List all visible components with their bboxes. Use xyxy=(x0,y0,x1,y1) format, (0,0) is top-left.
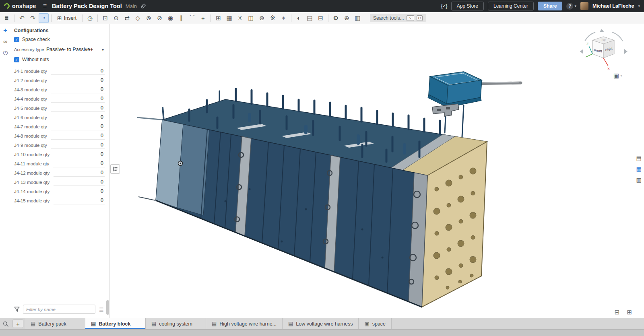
module-qty-input[interactable]: 0 xyxy=(51,132,105,140)
space-check-checkbox[interactable]: ✓ xyxy=(14,37,19,42)
search-tabs-icon[interactable] xyxy=(0,318,11,329)
module-qty-input[interactable]: 0 xyxy=(51,86,105,93)
linear-pattern-icon[interactable]: ▦ xyxy=(224,13,234,23)
slider-mate-icon[interactable]: ⇄ xyxy=(122,13,132,23)
replicate-icon[interactable]: ⊛ xyxy=(257,13,267,23)
planar-mate-icon[interactable]: ◇ xyxy=(133,13,143,23)
app-store-button[interactable]: App Store xyxy=(451,2,484,10)
avatar[interactable] xyxy=(580,2,588,10)
history-rail-icon[interactable]: ◷ xyxy=(1,48,10,57)
tables-icon[interactable]: ▥ xyxy=(353,13,363,23)
tangent-mate-icon[interactable]: ⌒ xyxy=(187,13,197,23)
redo-icon[interactable]: ↷ xyxy=(28,13,38,23)
user-caret-icon[interactable]: ▾ xyxy=(638,4,640,8)
feature-list-flyout-button[interactable] xyxy=(110,164,120,174)
module-qty-label: J4-5 module qty xyxy=(14,106,47,112)
filter-funnel-icon[interactable] xyxy=(14,307,20,312)
group-icon[interactable]: ⊞ xyxy=(213,13,223,23)
without-nuts-row[interactable]: ✓ Without nuts xyxy=(14,57,105,62)
filter-by-name-input[interactable] xyxy=(23,305,95,314)
print-icon[interactable]: ⊟ xyxy=(615,309,620,316)
view-options-menu[interactable]: ▣ ▾ xyxy=(613,72,622,79)
module-qty-input[interactable]: 0 xyxy=(54,169,105,177)
viewport-corner-tools: ⊟ ⊞ xyxy=(615,309,632,316)
section-view-icon[interactable]: ⊟ xyxy=(316,13,326,23)
module-qty-input[interactable]: 0 xyxy=(51,114,105,121)
accessory-type-label: Accessory type xyxy=(14,47,45,52)
assembly-tab-icon: ▤ xyxy=(212,321,217,327)
bom-icon[interactable]: ▤ xyxy=(305,13,315,23)
rotate-left-arrow-icon[interactable] xyxy=(580,49,583,54)
module-qty-input[interactable]: 0 xyxy=(54,179,105,186)
pin-slot-mate-icon[interactable]: ⊘ xyxy=(155,13,165,23)
learning-center-button[interactable]: Learning Center xyxy=(488,2,534,10)
mirror-icon[interactable]: ◫ xyxy=(246,13,256,23)
share-button[interactable]: Share xyxy=(538,2,562,10)
fasten-mate-icon[interactable]: ⊡ xyxy=(100,13,110,23)
table-icon[interactable]: ⊞ xyxy=(627,309,632,316)
module-qty-input[interactable]: 0 xyxy=(53,160,105,167)
document-title[interactable]: Battery Pack Design Tool xyxy=(52,3,122,9)
battery-pack-model[interactable] xyxy=(137,89,487,307)
tab-low-voltage-wire-harness[interactable]: ▤ Low voltage wire harness xyxy=(283,318,359,329)
module-qty-input[interactable]: 0 xyxy=(54,151,105,158)
parts-panel-icon[interactable]: ▦ xyxy=(635,165,643,173)
tab-label: Battery pack xyxy=(38,321,66,327)
interference-check-icon[interactable]: ∞ xyxy=(1,37,10,46)
module-qty-input[interactable]: 0 xyxy=(54,197,105,204)
panel-scrollbar-thumb[interactable] xyxy=(106,300,109,315)
cylindrical-mate-icon[interactable]: ⊚ xyxy=(144,13,154,23)
hamburger-menu-icon[interactable]: ≡ xyxy=(43,2,47,10)
feature-script-icon[interactable]: {✓} xyxy=(441,3,447,9)
configurations-icon[interactable]: ⚙ xyxy=(331,13,341,23)
revolute-mate-icon[interactable]: ⊙ xyxy=(111,13,121,23)
new-tab-button[interactable]: + xyxy=(12,320,23,328)
workspace-name[interactable]: Main xyxy=(126,3,137,9)
module-qty-input[interactable]: 0 xyxy=(51,68,105,75)
display-states-icon[interactable]: ◐ xyxy=(294,13,304,23)
tab-battery-block[interactable]: ▤ Battery block xyxy=(85,318,146,329)
parallel-mate-icon[interactable]: ∥ xyxy=(176,13,186,23)
module-qty-input[interactable]: 0 xyxy=(51,142,105,149)
comments-panel-icon[interactable]: ▤ xyxy=(635,154,643,162)
list-view-icon[interactable]: ≣ xyxy=(99,306,104,313)
module-qty-list: J4-1 module qty0 J4-2 module qty0 J4-3 m… xyxy=(14,66,105,204)
versions-panel-icon[interactable]: ▥ xyxy=(635,176,643,184)
module-qty-row: J4-6 module qty0 xyxy=(14,112,105,121)
circular-pattern-icon[interactable]: ✳ xyxy=(235,13,245,23)
module-qty-input[interactable]: 0 xyxy=(51,77,105,84)
rotate-up-arrow-icon[interactable] xyxy=(599,29,604,32)
feature-list-icon[interactable]: ≣ xyxy=(2,13,12,23)
share-link-icon[interactable] xyxy=(140,3,146,9)
snapshot-icon[interactable]: ⌖ xyxy=(279,13,289,23)
module-qty-input[interactable]: 0 xyxy=(51,105,105,112)
explode-icon[interactable]: ※ xyxy=(268,13,278,23)
space-check-row[interactable]: ✓ Space check xyxy=(14,37,105,42)
ball-mate-icon[interactable]: ◉ xyxy=(165,13,175,23)
search-tools-field[interactable]: Search tools... ⌥ C xyxy=(370,14,426,22)
module-qty-input[interactable]: 0 xyxy=(54,188,105,195)
mate-connector-rail-icon[interactable]: + xyxy=(1,26,10,35)
view-cube[interactable]: Top Front Right Z X xyxy=(578,27,630,79)
tab-battery-pack[interactable]: ▤ Battery pack xyxy=(25,318,85,329)
module-qty-input[interactable]: 0 xyxy=(51,123,105,130)
mate-connector-icon[interactable]: + xyxy=(198,13,208,23)
accessory-type-select[interactable]: Passive- to Passive+ ▾ xyxy=(45,45,105,54)
undo-icon[interactable]: ↶ xyxy=(17,13,27,23)
tab-cooling-system[interactable]: ▤ cooling system xyxy=(146,318,206,329)
rotate-cw-arrow-icon[interactable] xyxy=(612,32,623,41)
history-icon[interactable]: ◷ xyxy=(85,13,95,23)
without-nuts-checkbox[interactable]: ✓ xyxy=(14,57,19,62)
module-qty-input[interactable]: 0 xyxy=(51,95,105,103)
tab-high-voltage-wire-harness[interactable]: ▤ High voltage wire harne... xyxy=(206,318,283,329)
floating-accessory-component[interactable] xyxy=(428,72,521,116)
rotate-right-arrow-icon[interactable] xyxy=(624,49,627,54)
active-tool-icon[interactable]: ◔ xyxy=(39,13,49,23)
insert-button[interactable]: ⊞ Insert xyxy=(54,13,80,23)
module-qty-label: J4-11 module qty xyxy=(14,161,49,167)
custom-features-icon[interactable]: ⊕ xyxy=(342,13,352,23)
tab-space[interactable]: ▣ space xyxy=(359,318,392,329)
help-menu[interactable]: ? ▾ xyxy=(566,3,576,10)
onshape-logo[interactable]: onshape xyxy=(4,3,36,9)
user-name[interactable]: Michael LaFleche xyxy=(592,3,634,9)
